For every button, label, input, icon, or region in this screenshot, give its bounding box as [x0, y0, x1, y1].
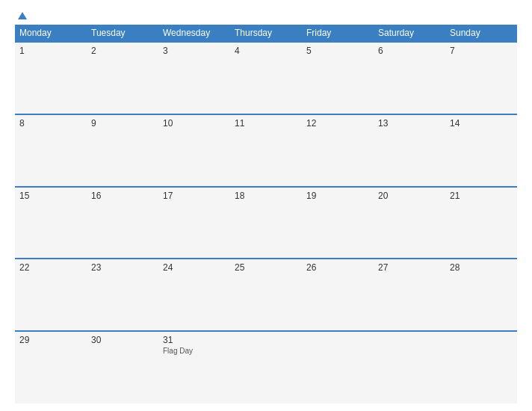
calendar-cell: 17 [158, 187, 230, 259]
day-number: 6 [378, 46, 441, 56]
calendar-week-row: 1234567 [15, 42, 517, 114]
day-number: 9 [91, 118, 154, 129]
calendar-week-row: 293031Flag Day [15, 331, 517, 404]
day-number: 27 [378, 262, 441, 273]
calendar-cell: 31Flag Day [158, 331, 230, 404]
calendar-cell: 28 [445, 259, 517, 331]
calendar-cell: 6 [374, 42, 445, 114]
day-number: 11 [235, 118, 297, 129]
day-number: 26 [306, 262, 369, 273]
header-saturday: Saturday [374, 25, 445, 42]
day-number: 10 [163, 118, 226, 129]
calendar-cell: 13 [374, 114, 445, 187]
day-number: 31 [163, 335, 226, 345]
calendar-cell: 7 [445, 42, 517, 114]
day-number: 8 [19, 118, 82, 129]
calendar-cell: 16 [87, 187, 158, 259]
calendar-cell: 10 [158, 114, 230, 187]
calendar-cell: 27 [374, 259, 445, 331]
calendar-cell: 25 [230, 259, 302, 331]
day-number: 15 [19, 191, 82, 201]
logo-triangle-icon [18, 12, 27, 19]
calendar-cell: 5 [302, 42, 374, 114]
calendar-cell: 11 [230, 114, 302, 187]
calendar-cell [374, 331, 445, 404]
calendar-table: Monday Tuesday Wednesday Thursday Friday… [15, 25, 517, 404]
day-number: 29 [19, 335, 82, 345]
day-number: 4 [235, 46, 297, 56]
day-number: 22 [19, 262, 82, 273]
calendar-week-row: 891011121314 [15, 114, 517, 187]
day-number: 2 [91, 46, 154, 56]
calendar-cell [445, 331, 517, 404]
calendar-cell: 30 [87, 331, 158, 404]
calendar-cell [230, 331, 302, 404]
calendar-cell: 23 [87, 259, 158, 331]
calendar-cell: 22 [15, 259, 87, 331]
calendar-cell: 21 [445, 187, 517, 259]
day-number: 28 [450, 262, 513, 273]
header-thursday: Thursday [230, 25, 302, 42]
calendar-cell: 29 [15, 331, 87, 404]
calendar-cell: 26 [302, 259, 374, 331]
day-number: 13 [378, 118, 441, 129]
calendar-cell: 14 [445, 114, 517, 187]
calendar-cell [302, 331, 374, 404]
header-tuesday: Tuesday [87, 25, 158, 42]
day-number: 1 [19, 46, 82, 56]
calendar-cell: 4 [230, 42, 302, 114]
logo-blue-row [15, 12, 27, 20]
weekday-header-row: Monday Tuesday Wednesday Thursday Friday… [15, 25, 517, 42]
calendar-cell: 24 [158, 259, 230, 331]
day-number: 14 [450, 118, 513, 129]
day-number: 25 [235, 262, 297, 273]
day-number: 20 [378, 191, 441, 201]
calendar-cell: 12 [302, 114, 374, 187]
calendar-page: Monday Tuesday Wednesday Thursday Friday… [0, 0, 532, 411]
header-wednesday: Wednesday [158, 25, 230, 42]
day-event: Flag Day [163, 347, 226, 355]
day-number: 23 [91, 262, 154, 273]
calendar-cell: 8 [15, 114, 87, 187]
day-number: 3 [163, 46, 226, 56]
day-number: 5 [306, 46, 369, 56]
day-number: 17 [163, 191, 226, 201]
day-number: 16 [91, 191, 154, 201]
day-number: 18 [235, 191, 297, 201]
logo [15, 12, 27, 20]
day-number: 19 [306, 191, 369, 201]
calendar-cell: 19 [302, 187, 374, 259]
calendar-cell: 20 [374, 187, 445, 259]
calendar-cell: 18 [230, 187, 302, 259]
day-number: 21 [450, 191, 513, 201]
header-friday: Friday [302, 25, 374, 42]
day-number: 7 [450, 46, 513, 56]
day-number: 24 [163, 262, 226, 273]
calendar-cell: 9 [87, 114, 158, 187]
calendar-week-row: 22232425262728 [15, 259, 517, 331]
calendar-week-row: 15161718192021 [15, 187, 517, 259]
header-sunday: Sunday [445, 25, 517, 42]
header-monday: Monday [15, 25, 87, 42]
calendar-cell: 15 [15, 187, 87, 259]
header [15, 12, 517, 20]
calendar-cell: 1 [15, 42, 87, 114]
day-number: 30 [91, 335, 154, 345]
day-number: 12 [306, 118, 369, 129]
calendar-cell: 3 [158, 42, 230, 114]
calendar-cell: 2 [87, 42, 158, 114]
